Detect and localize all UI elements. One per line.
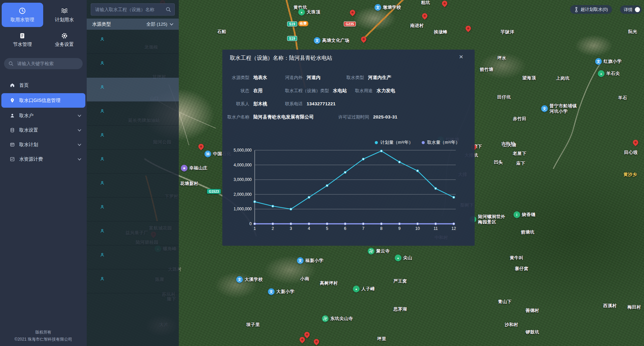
keyword-search-input[interactable] [17,61,78,66]
map-label-scenic[interactable]: ▲陆河螺洞世外梅园景区 [470,214,505,225]
list-item[interactable] [87,126,179,150]
legend-item[interactable]: 取水量（m³/年） [422,139,460,145]
temple-icon: 卍 [368,248,374,255]
map-label-place-yellow: 黄沙乡 [623,172,637,177]
legend-item[interactable]: 计划量（m³/年） [375,139,413,145]
map-pin[interactable] [314,339,319,344]
temple-icon: 卍 [322,315,329,322]
map-label-temple[interactable]: 卍东坑尖山寺 [322,315,353,322]
chevron-down-icon [78,158,81,161]
map-label-school[interactable]: 文墩塘学校 [374,4,401,11]
map-pin[interactable] [361,36,366,42]
pin-icon [349,9,357,17]
list-item[interactable] [87,269,179,293]
list-item[interactable] [87,197,179,221]
map-label-mountain[interactable]: ▲尖山 [395,255,412,261]
map-label-dot[interactable]: i烧香缝 [513,211,536,218]
pin-icon [360,35,368,43]
map-label-school[interactable]: 文红旗小学 [595,58,622,65]
map-label-text: 高树坪村 [320,281,338,286]
over-plan-intake-button[interactable]: 超计划取水(0) [570,5,612,14]
map-pin[interactable] [466,26,471,31]
field-label: 河道内外 [285,75,303,81]
map-label-school[interactable]: 文大新小学 [268,288,295,295]
sidebar-item-intake-plan[interactable]: 取水计划 [0,137,87,152]
list-item[interactable] [87,174,179,197]
list-item[interactable] [87,54,179,78]
list-item[interactable] [87,78,179,102]
map-label-text: 幸福山庄 [189,165,207,171]
map-label-text: 锣鼓坑 [526,329,539,335]
map-pin[interactable] [350,10,355,15]
station-search-input[interactable] [94,7,166,12]
dot-icon: i [513,211,520,218]
sidebar-item-label: 水资源计费 [19,156,43,162]
map-label-text: 福新小学 [305,258,324,263]
map-pin[interactable] [198,144,204,149]
map-pin[interactable] [633,140,638,145]
map-pin[interactable] [422,13,427,19]
close-icon[interactable]: × [459,53,463,60]
map-pin[interactable] [442,1,447,6]
field-value: 陆河县青砼水电发展有限公司 [253,114,314,120]
field-label: 取水用途 [355,88,372,94]
map-label-text: 芋陂洋 [501,29,514,35]
map-label-place: 庙下 [516,161,525,166]
pin-icon [299,336,306,344]
document-icon [19,32,26,39]
module-business-settings[interactable]: 业务设置 [44,28,85,52]
list-item[interactable] [87,150,179,174]
app-root: 黄竹坑石船龙颈根甘坪村山口粗坑南进村挨垅蜂芋陂洋阮光坪水箭竹塘望海顶上岗坑田仔坑… [0,0,644,346]
map-pin[interactable] [304,332,310,337]
sidebar-menu: 首页 取水口GIS信息管理 取水户 取水设置 取水计划 [0,78,87,166]
water-source-filter: 水源类型 全部 (125) [87,19,179,30]
map-label-text: 西溪村 [603,303,617,309]
map-label-temple[interactable]: 卍聚云寺 [368,248,390,255]
map-label-mountain[interactable]: ▲人子嶂 [353,286,375,292]
map-label-text: 赤竹田 [513,116,527,122]
list-item[interactable] [87,102,179,126]
map-label-text: 善德村 [526,308,539,313]
map-label-place: 西溪村 [603,303,617,309]
map-label-text: 聚云寺 [376,248,390,254]
map-label-school[interactable]: 文普宁市船埔镇河坑小学 [541,103,577,114]
sidebar: 取用水管理 计划用水 节水管理 业务设置 [0,0,87,346]
chart-legend: 计划量（m³/年）取水量（m³/年） [375,139,460,145]
toggle-knob-icon[interactable] [635,7,640,12]
map-label-school[interactable]: 文大溪学校 [236,276,263,283]
list-item[interactable] [87,30,179,54]
filter-dropdown[interactable]: 全部 (125) [146,21,173,27]
sidebar-item-water-billing[interactable]: 水资源计费 [0,152,87,166]
map-label-text: 上岗坑 [556,76,570,81]
map-pin[interactable] [300,337,305,342]
list-item[interactable] [87,221,179,245]
sidebar-item-home[interactable]: 首页 [0,78,87,92]
mountain-icon: ▲ [598,70,605,77]
svg-text:1: 1 [254,226,256,231]
map-label-text: 老屋下 [513,151,527,156]
map-label-culture[interactable]: 文高塘文化广场 [314,37,349,44]
field-label: 联系电话 [285,101,303,107]
map-label-place: 田仔坑 [497,95,511,100]
module-planned-water[interactable]: 计划用水 [44,3,85,27]
map-label-text: 石船 [217,29,226,34]
map-label-place: 小南 [300,276,309,282]
map-label-fun[interactable]: ★幸福山庄 [181,165,207,171]
list-item[interactable] [87,245,179,269]
map-label-school[interactable]: 文福新小学 [297,257,324,264]
map-label-mountain[interactable]: ▲天珠顶 [298,9,320,16]
module-water-saving[interactable]: 节水管理 [2,28,43,52]
field-value: 河道内生产 [368,75,391,81]
field-label: 状态 [227,88,249,94]
waves-icon [60,7,68,15]
sidebar-item-intake-settings[interactable]: 取水设置 [0,123,87,137]
map-label-mountain[interactable]: ▲羊石尖 [598,70,620,77]
detail-toggle[interactable]: 详情 [620,5,642,14]
map-label-text: 坪里 [377,336,386,342]
sidebar-item-gis-info[interactable]: 取水口GIS信息管理 [1,93,85,108]
sidebar-item-water-users[interactable]: 取水户 [0,108,87,123]
module-water-intake-mgmt[interactable]: 取用水管理 [2,3,43,27]
school-icon: 文 [374,4,381,11]
map-label-place: 思茅湖 [393,307,407,312]
search-icon[interactable] [166,7,171,12]
